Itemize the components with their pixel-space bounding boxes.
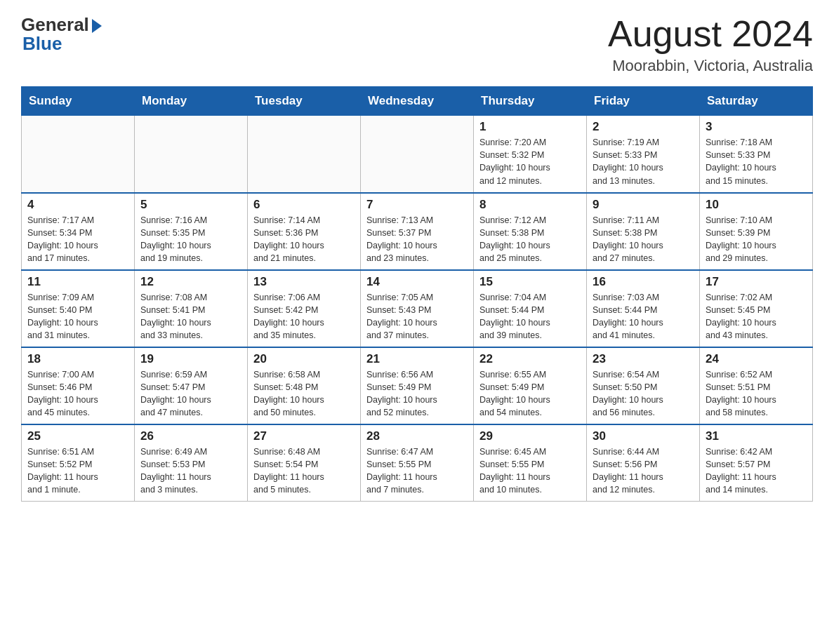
calendar-cell: 16Sunrise: 7:03 AMSunset: 5:44 PMDayligh… [587, 270, 700, 347]
day-number: 27 [253, 429, 355, 443]
day-number: 29 [479, 429, 581, 443]
day-info: Sunrise: 7:04 AMSunset: 5:44 PMDaylight:… [479, 291, 581, 342]
month-title: August 2024 [608, 14, 813, 54]
day-number: 5 [140, 198, 241, 212]
day-number: 11 [27, 275, 128, 289]
day-info: Sunrise: 6:54 AMSunset: 5:50 PMDaylight:… [593, 368, 694, 420]
day-info: Sunrise: 7:02 AMSunset: 5:45 PMDaylight:… [706, 291, 807, 342]
day-number: 23 [593, 352, 694, 366]
calendar-cell: 5Sunrise: 7:16 AMSunset: 5:35 PMDaylight… [135, 193, 248, 270]
logo: General Blue [21, 14, 102, 55]
calendar-week-row: 18Sunrise: 7:00 AMSunset: 5:46 PMDayligh… [22, 347, 813, 424]
calendar-cell: 4Sunrise: 7:17 AMSunset: 5:34 PMDaylight… [22, 193, 135, 270]
calendar-cell: 22Sunrise: 6:55 AMSunset: 5:49 PMDayligh… [474, 347, 587, 424]
day-info: Sunrise: 6:56 AMSunset: 5:49 PMDaylight:… [366, 368, 468, 420]
day-info: Sunrise: 6:45 AMSunset: 5:55 PMDaylight:… [479, 445, 581, 497]
calendar-cell: 11Sunrise: 7:09 AMSunset: 5:40 PMDayligh… [22, 270, 135, 347]
day-number: 19 [140, 352, 241, 366]
day-info: Sunrise: 6:59 AMSunset: 5:47 PMDaylight:… [140, 368, 241, 420]
day-number: 12 [140, 275, 241, 289]
day-number: 3 [706, 120, 807, 134]
day-number: 22 [479, 352, 581, 366]
day-info: Sunrise: 7:00 AMSunset: 5:46 PMDaylight:… [27, 368, 128, 420]
day-info: Sunrise: 6:47 AMSunset: 5:55 PMDaylight:… [366, 445, 468, 497]
calendar-cell [22, 116, 135, 193]
logo-arrow-icon [92, 19, 102, 33]
calendar-cell: 14Sunrise: 7:05 AMSunset: 5:43 PMDayligh… [361, 270, 474, 347]
day-info: Sunrise: 7:03 AMSunset: 5:44 PMDaylight:… [593, 291, 694, 342]
calendar-cell: 8Sunrise: 7:12 AMSunset: 5:38 PMDaylight… [474, 193, 587, 270]
day-info: Sunrise: 6:49 AMSunset: 5:53 PMDaylight:… [140, 445, 241, 497]
day-number: 14 [366, 275, 468, 289]
day-info: Sunrise: 7:09 AMSunset: 5:40 PMDaylight:… [27, 291, 128, 342]
day-info: Sunrise: 7:10 AMSunset: 5:39 PMDaylight:… [706, 214, 807, 265]
calendar-header-wednesday: Wednesday [361, 87, 474, 116]
calendar-cell: 2Sunrise: 7:19 AMSunset: 5:33 PMDaylight… [587, 116, 700, 193]
day-info: Sunrise: 7:18 AMSunset: 5:33 PMDaylight:… [706, 136, 807, 187]
day-info: Sunrise: 7:17 AMSunset: 5:34 PMDaylight:… [27, 214, 128, 265]
calendar-cell: 6Sunrise: 7:14 AMSunset: 5:36 PMDaylight… [248, 193, 361, 270]
day-number: 6 [253, 198, 355, 212]
calendar-cell: 20Sunrise: 6:58 AMSunset: 5:48 PMDayligh… [248, 347, 361, 424]
day-info: Sunrise: 7:20 AMSunset: 5:32 PMDaylight:… [479, 136, 581, 187]
calendar-cell: 13Sunrise: 7:06 AMSunset: 5:42 PMDayligh… [248, 270, 361, 347]
calendar-cell: 26Sunrise: 6:49 AMSunset: 5:53 PMDayligh… [135, 424, 248, 502]
calendar-cell: 24Sunrise: 6:52 AMSunset: 5:51 PMDayligh… [700, 347, 813, 424]
calendar-cell: 12Sunrise: 7:08 AMSunset: 5:41 PMDayligh… [135, 270, 248, 347]
calendar-cell: 28Sunrise: 6:47 AMSunset: 5:55 PMDayligh… [361, 424, 474, 502]
calendar-header-sunday: Sunday [22, 87, 135, 116]
calendar-cell: 30Sunrise: 6:44 AMSunset: 5:56 PMDayligh… [587, 424, 700, 502]
day-info: Sunrise: 6:42 AMSunset: 5:57 PMDaylight:… [706, 445, 807, 497]
calendar-header-monday: Monday [135, 87, 248, 116]
day-info: Sunrise: 7:12 AMSunset: 5:38 PMDaylight:… [479, 214, 581, 265]
day-number: 16 [593, 275, 694, 289]
day-number: 9 [593, 198, 694, 212]
calendar-cell: 23Sunrise: 6:54 AMSunset: 5:50 PMDayligh… [587, 347, 700, 424]
day-info: Sunrise: 6:55 AMSunset: 5:49 PMDaylight:… [479, 368, 581, 420]
day-info: Sunrise: 7:19 AMSunset: 5:33 PMDaylight:… [593, 136, 694, 187]
day-info: Sunrise: 7:16 AMSunset: 5:35 PMDaylight:… [140, 214, 241, 265]
day-number: 17 [706, 275, 807, 289]
day-number: 10 [706, 198, 807, 212]
day-number: 1 [479, 120, 581, 134]
day-info: Sunrise: 6:44 AMSunset: 5:56 PMDaylight:… [593, 445, 694, 497]
day-info: Sunrise: 7:11 AMSunset: 5:38 PMDaylight:… [593, 214, 694, 265]
day-number: 15 [479, 275, 581, 289]
calendar-cell: 31Sunrise: 6:42 AMSunset: 5:57 PMDayligh… [700, 424, 813, 502]
day-number: 21 [366, 352, 468, 366]
day-number: 2 [593, 120, 694, 134]
calendar-cell: 17Sunrise: 7:02 AMSunset: 5:45 PMDayligh… [700, 270, 813, 347]
calendar-cell: 3Sunrise: 7:18 AMSunset: 5:33 PMDaylight… [700, 116, 813, 193]
calendar-cell [361, 116, 474, 193]
day-info: Sunrise: 7:06 AMSunset: 5:42 PMDaylight:… [253, 291, 355, 342]
day-number: 4 [27, 198, 128, 212]
day-number: 25 [27, 429, 128, 443]
day-number: 7 [366, 198, 468, 212]
day-info: Sunrise: 7:13 AMSunset: 5:37 PMDaylight:… [366, 214, 468, 265]
day-info: Sunrise: 6:51 AMSunset: 5:52 PMDaylight:… [27, 445, 128, 497]
calendar-week-row: 11Sunrise: 7:09 AMSunset: 5:40 PMDayligh… [22, 270, 813, 347]
calendar-cell: 7Sunrise: 7:13 AMSunset: 5:37 PMDaylight… [361, 193, 474, 270]
calendar-week-row: 25Sunrise: 6:51 AMSunset: 5:52 PMDayligh… [22, 424, 813, 502]
calendar-cell: 27Sunrise: 6:48 AMSunset: 5:54 PMDayligh… [248, 424, 361, 502]
day-info: Sunrise: 7:05 AMSunset: 5:43 PMDaylight:… [366, 291, 468, 342]
day-info: Sunrise: 7:08 AMSunset: 5:41 PMDaylight:… [140, 291, 241, 342]
day-number: 31 [706, 429, 807, 443]
day-number: 18 [27, 352, 128, 366]
calendar-cell: 25Sunrise: 6:51 AMSunset: 5:52 PMDayligh… [22, 424, 135, 502]
calendar-week-row: 4Sunrise: 7:17 AMSunset: 5:34 PMDaylight… [22, 193, 813, 270]
day-number: 28 [366, 429, 468, 443]
calendar-header-friday: Friday [587, 87, 700, 116]
location-text: Moorabbin, Victoria, Australia [608, 57, 813, 75]
calendar-header-row: SundayMondayTuesdayWednesdayThursdayFrid… [22, 87, 813, 116]
calendar-cell [248, 116, 361, 193]
calendar-cell: 19Sunrise: 6:59 AMSunset: 5:47 PMDayligh… [135, 347, 248, 424]
calendar-week-row: 1Sunrise: 7:20 AMSunset: 5:32 PMDaylight… [22, 116, 813, 193]
logo-blue-text: Blue [22, 33, 62, 55]
title-section: August 2024 Moorabbin, Victoria, Austral… [608, 14, 813, 75]
day-info: Sunrise: 6:52 AMSunset: 5:51 PMDaylight:… [706, 368, 807, 420]
calendar-header-saturday: Saturday [700, 87, 813, 116]
calendar-cell: 18Sunrise: 7:00 AMSunset: 5:46 PMDayligh… [22, 347, 135, 424]
day-number: 26 [140, 429, 241, 443]
calendar-cell [135, 116, 248, 193]
